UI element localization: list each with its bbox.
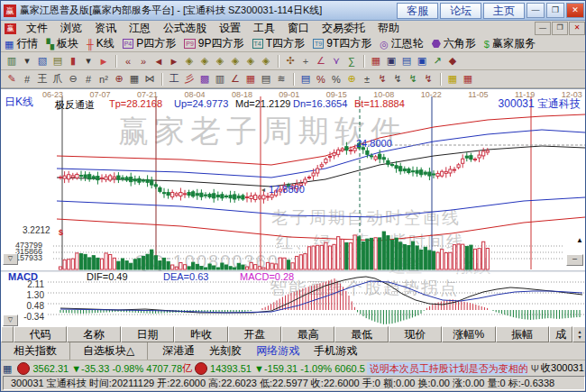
sector-link[interactable]: 网络游戏 (256, 343, 299, 359)
customer-service-button[interactable]: 客服 (397, 3, 438, 19)
last-page-icon[interactable]: » (136, 54, 151, 68)
candle-icon[interactable]: ▮ (66, 54, 80, 68)
next-icon[interactable]: ► (167, 54, 181, 68)
toolbar-button-p-square[interactable]: P4P四方形 (123, 36, 177, 51)
column-header-1[interactable]: 代码 (14, 326, 67, 342)
zoom-out-button[interactable]: – (566, 254, 583, 266)
column-header-8[interactable]: 现价 (389, 326, 442, 342)
tools-icon[interactable]: ◆ (445, 54, 460, 68)
scroll-up-icon[interactable]: ▲ (576, 236, 583, 244)
rays-icon[interactable]: 彡 (182, 72, 197, 86)
tab-related-index[interactable]: 相关指数 (1, 342, 70, 360)
hand-tool-icon[interactable]: ✣ (283, 54, 298, 68)
forum-button[interactable]: 论坛 (440, 3, 481, 19)
crosshair-icon[interactable]: + (298, 54, 313, 68)
angle-tool-icon[interactable]: ∠ (314, 54, 328, 68)
column-header-3[interactable]: 日期 (121, 326, 174, 342)
column-header-10[interactable]: 振幅 (496, 326, 549, 342)
toolbar-button-t-square[interactable]: T4T四方形 (252, 36, 306, 51)
notebook-icon[interactable]: ▤ (50, 54, 65, 68)
column-header-5[interactable]: 开盘 (228, 326, 281, 342)
gold-circle-icon[interactable]: ⊕ (344, 72, 359, 86)
maximize-button[interactable]: ❐ (546, 3, 564, 18)
circle-tool-icon[interactable]: ⊖ (66, 72, 80, 86)
toolbar-button-9p-square[interactable]: P99P四方形 (184, 36, 243, 51)
diamond-tool-icon[interactable]: ◈ (182, 54, 197, 68)
export-icon[interactable]: ↗ (430, 54, 444, 68)
title-bar[interactable]: 赢 赢家江恩普及版[赢家内部服务平台] - [宝通科技 SZ300031-114… (1, 1, 586, 21)
toolbar-button-sectors[interactable]: ▚板块 (46, 36, 78, 51)
angle-icon[interactable]: ∠ (228, 72, 243, 86)
flag-icon[interactable]: ► (96, 54, 111, 68)
menu-item[interactable]: 资讯 (88, 21, 123, 36)
column-header-4[interactable]: 昨收 (174, 326, 227, 342)
pen-tool-icon[interactable]: ✎ (5, 72, 19, 86)
toolbar-button-hexagon[interactable]: 六角形 (432, 36, 476, 51)
toolbar-button-gann-wheel[interactable]: ◎江恩轮 (380, 36, 424, 51)
mdi-restore-button[interactable]: ❐ (552, 22, 568, 35)
diamond-tool-icon[interactable]: ◈ (197, 54, 212, 68)
save-icon[interactable]: ▣ (415, 54, 429, 68)
menu-item[interactable]: 江恩 (123, 21, 157, 36)
sector-link[interactable]: 光刻胶 (209, 343, 242, 359)
stats-icon[interactable]: ∑ (344, 54, 359, 68)
column-header-9[interactable]: 涨幅% (442, 326, 495, 342)
percent-tool-icon[interactable]: % (314, 72, 328, 86)
trend4-icon[interactable]: ↯ (421, 72, 435, 86)
toolbar-button-9t-square[interactable]: T99T四方形 (313, 36, 371, 51)
filter-icon[interactable]: ⋎ (329, 54, 343, 68)
spinner-down-icon[interactable]: ▾ (579, 334, 581, 340)
bowtie-icon[interactable]: ⋈ (142, 72, 157, 86)
band-icon[interactable]: ▤ (298, 72, 313, 86)
prev-icon[interactable]: ◄ (151, 54, 166, 68)
gann-line-icon[interactable]: 王 (35, 72, 50, 86)
column-header-2[interactable]: 名称 (67, 326, 120, 342)
level-icon[interactable]: ± (360, 72, 374, 86)
homepage-button[interactable]: 主页 (483, 3, 525, 19)
market-grid-icon[interactable]: ▦ (3, 363, 12, 374)
minimize-button[interactable]: — (526, 3, 545, 18)
sector-link[interactable]: 手机游戏 (314, 343, 357, 359)
menu-item[interactable]: 帮助 (371, 21, 406, 36)
grid-icon[interactable]: ▦ (127, 72, 142, 86)
ruler-icon[interactable]: # (81, 72, 96, 86)
toolbar-button-kline[interactable]: ╫K线 (87, 36, 114, 51)
fan-line-icon[interactable]: 爪 (50, 72, 65, 86)
close-button[interactable]: ✕ (566, 3, 584, 18)
layout-grid-red-icon[interactable]: ▦ (461, 72, 475, 86)
dropdown-icon[interactable]: ▾ (20, 54, 34, 68)
first-page-icon[interactable]: « (121, 54, 135, 68)
window-icon[interactable]: ▧ (35, 54, 50, 68)
kline-chart[interactable] (1, 88, 586, 326)
list-icon[interactable]: ▤ (399, 54, 414, 68)
collapse-volume-button[interactable]: ▽ (3, 253, 18, 265)
sz-index-icon[interactable] (195, 362, 207, 375)
box-x-icon[interactable]: ▩ (197, 72, 212, 86)
menu-item[interactable]: 工具 (247, 21, 281, 36)
diamond-tool-icon[interactable]: ◈ (259, 54, 273, 68)
menu-item[interactable]: 窗口 (281, 21, 316, 36)
sh-index-icon[interactable] (17, 362, 30, 375)
column-header-11[interactable]: 成 (549, 326, 572, 342)
frame-icon[interactable]: ▤ (259, 72, 273, 86)
layout-grid-yellow-icon[interactable]: ▦ (445, 72, 460, 86)
wheel-icon[interactable]: ⊕ (112, 72, 126, 86)
calendar-icon[interactable]: ▦ (369, 54, 383, 68)
tab-custom-sector[interactable]: 自选板块△ (70, 342, 148, 360)
mdi-close-button[interactable]: ✕ (569, 22, 585, 35)
grid-lines-icon[interactable]: # (20, 72, 34, 86)
box-icon[interactable]: ▥ (213, 72, 227, 86)
toolbar-button-quotes[interactable]: ▦行情 (5, 36, 38, 51)
square-n2-icon[interactable]: n² (96, 72, 111, 86)
menu-item[interactable]: 文件 (20, 21, 54, 36)
column-header-6[interactable]: 最高 (281, 326, 334, 342)
trend2-icon[interactable]: ↯ (390, 72, 405, 86)
dropdown-icon[interactable]: ▾ (81, 54, 96, 68)
diamond-tool-icon[interactable]: ◈ (213, 54, 227, 68)
calculator-icon[interactable]: ▣ (384, 54, 398, 68)
kline-style-icon[interactable]: ▥ (5, 54, 19, 68)
column-spinner[interactable]: ▴▾ (572, 326, 586, 342)
waves-icon[interactable]: ≋ (274, 72, 288, 86)
trend1-icon[interactable]: ↯ (375, 72, 389, 86)
trend3-icon[interactable]: ↯ (406, 72, 420, 86)
